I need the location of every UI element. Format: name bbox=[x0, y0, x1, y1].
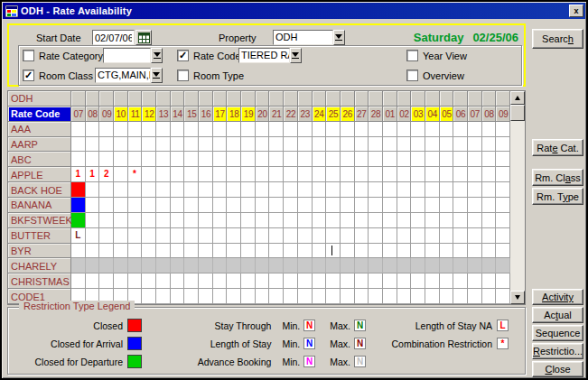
grid-cell[interactable] bbox=[383, 228, 397, 244]
grid-cell[interactable] bbox=[453, 258, 468, 273]
grid-cell[interactable] bbox=[397, 152, 412, 167]
room-class-dropdown-icon[interactable] bbox=[151, 68, 163, 83]
grid-cell[interactable] bbox=[298, 273, 313, 289]
grid-cell[interactable] bbox=[227, 273, 241, 289]
grid-cell[interactable] bbox=[156, 137, 171, 153]
grid-cell[interactable] bbox=[355, 289, 369, 304]
grid-cell[interactable] bbox=[156, 258, 171, 273]
grid-cell[interactable] bbox=[411, 244, 425, 259]
grid-top-cell[interactable] bbox=[369, 91, 383, 107]
grid-cell[interactable] bbox=[313, 273, 327, 289]
grid-cell[interactable] bbox=[227, 152, 241, 167]
grid-cell[interactable] bbox=[453, 122, 468, 137]
grid-cell[interactable] bbox=[284, 152, 298, 167]
grid-top-cell[interactable] bbox=[227, 91, 241, 107]
grid-cell[interactable] bbox=[256, 258, 270, 273]
year-view-checkbox[interactable] bbox=[406, 50, 418, 61]
grid-col-header[interactable]: 14 bbox=[171, 107, 185, 122]
grid-cell[interactable] bbox=[383, 182, 397, 198]
grid-cell[interactable] bbox=[156, 182, 171, 198]
grid-cell[interactable] bbox=[298, 213, 313, 228]
grid-top-cell[interactable] bbox=[114, 91, 128, 107]
grid-cell[interactable] bbox=[71, 273, 86, 289]
grid-cell[interactable] bbox=[213, 152, 228, 167]
grid-cell[interactable] bbox=[171, 289, 185, 304]
grid-cell[interactable] bbox=[482, 258, 497, 273]
grid-cell[interactable] bbox=[284, 167, 298, 182]
grid-cell[interactable] bbox=[341, 273, 355, 289]
grid-vertical-scrollbar[interactable] bbox=[510, 91, 525, 304]
grid-cell[interactable] bbox=[397, 289, 412, 304]
grid-cell[interactable] bbox=[383, 244, 397, 259]
grid-cell[interactable] bbox=[128, 137, 143, 153]
grid-cell[interactable] bbox=[453, 289, 468, 304]
grid-cell[interactable] bbox=[355, 167, 369, 182]
grid-cell[interactable] bbox=[369, 244, 383, 259]
grid-cell[interactable] bbox=[256, 167, 270, 182]
grid-cell[interactable] bbox=[496, 182, 510, 198]
grid-cell[interactable] bbox=[114, 198, 128, 213]
grid-row-label[interactable]: ABC bbox=[8, 152, 71, 167]
grid-cell[interactable] bbox=[341, 258, 355, 273]
grid-cell[interactable] bbox=[468, 289, 482, 304]
grid-cell[interactable] bbox=[241, 289, 256, 304]
grid-top-cell[interactable] bbox=[482, 91, 497, 107]
grid-row-label[interactable]: APPLE bbox=[8, 167, 71, 182]
rm-class-button[interactable]: Rm. Class bbox=[532, 169, 583, 186]
grid-cell[interactable] bbox=[482, 244, 497, 259]
grid-cell[interactable] bbox=[199, 122, 213, 137]
grid-cell[interactable] bbox=[284, 198, 298, 213]
grid-cell[interactable] bbox=[355, 228, 369, 244]
grid-cell[interactable] bbox=[86, 122, 100, 137]
grid-col-header[interactable]: 23 bbox=[298, 107, 313, 122]
grid-cell[interactable] bbox=[453, 244, 468, 259]
grid-cell[interactable] bbox=[114, 273, 128, 289]
grid-cell[interactable] bbox=[313, 258, 327, 273]
grid-top-cell[interactable] bbox=[86, 91, 100, 107]
rate-category-combo[interactable] bbox=[103, 48, 163, 63]
grid-cell[interactable] bbox=[482, 289, 497, 304]
grid-cell[interactable] bbox=[313, 228, 327, 244]
grid-cell[interactable] bbox=[199, 137, 213, 153]
grid-cell[interactable] bbox=[397, 182, 412, 198]
grid-col-header[interactable]: 16 bbox=[199, 107, 213, 122]
grid-cell[interactable] bbox=[227, 258, 241, 273]
grid-col-header[interactable]: 17 bbox=[213, 107, 228, 122]
grid-cell[interactable]: 1 bbox=[71, 167, 86, 182]
grid-col-header[interactable]: 21 bbox=[269, 107, 284, 122]
grid-cell[interactable] bbox=[71, 213, 86, 228]
grid-cell[interactable] bbox=[411, 122, 425, 137]
grid-cell[interactable] bbox=[114, 182, 128, 198]
grid-cell[interactable] bbox=[256, 228, 270, 244]
grid-cell[interactable] bbox=[199, 167, 213, 182]
grid-cell[interactable] bbox=[326, 228, 341, 244]
grid-col-header[interactable]: 04 bbox=[425, 107, 440, 122]
restriction-button[interactable]: Restrictio... bbox=[532, 343, 583, 359]
grid-cell[interactable] bbox=[425, 289, 440, 304]
grid-top-cell[interactable] bbox=[199, 91, 213, 107]
grid-cell[interactable] bbox=[453, 137, 468, 153]
grid-col-header[interactable]: 09 bbox=[99, 107, 114, 122]
grid-cell[interactable] bbox=[184, 289, 199, 304]
grid-cell[interactable] bbox=[269, 198, 284, 213]
grid-cell[interactable] bbox=[171, 213, 185, 228]
grid-cell[interactable] bbox=[256, 137, 270, 153]
grid-cell[interactable] bbox=[341, 198, 355, 213]
grid-col-header[interactable]: 07 bbox=[468, 107, 482, 122]
grid-cell[interactable] bbox=[114, 122, 128, 137]
grid-cell[interactable] bbox=[453, 213, 468, 228]
grid-top-cell[interactable] bbox=[99, 91, 114, 107]
grid-cell[interactable] bbox=[269, 289, 284, 304]
grid-cell[interactable] bbox=[397, 228, 412, 244]
grid-cell[interactable] bbox=[411, 182, 425, 198]
grid-cell[interactable]: L bbox=[71, 228, 86, 244]
grid-cell[interactable] bbox=[425, 258, 440, 273]
grid-cell[interactable] bbox=[213, 289, 228, 304]
grid-cell[interactable] bbox=[369, 289, 383, 304]
grid-cell[interactable] bbox=[213, 228, 228, 244]
grid-col-header[interactable]: 25 bbox=[326, 107, 341, 122]
grid-cell[interactable] bbox=[440, 198, 454, 213]
grid-cell[interactable] bbox=[128, 228, 143, 244]
grid-col-header[interactable]: 03 bbox=[411, 107, 425, 122]
grid-cell[interactable] bbox=[298, 258, 313, 273]
